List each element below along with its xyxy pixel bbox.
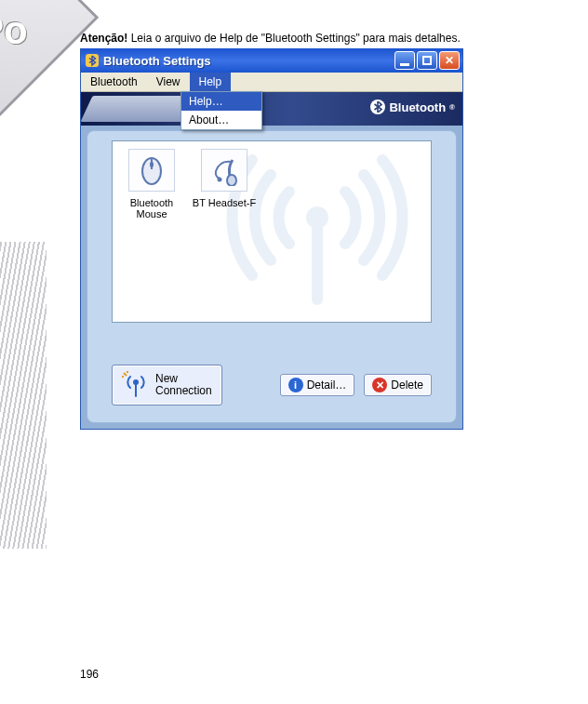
mouse-icon bbox=[128, 149, 175, 192]
banner: Bluetooth® bbox=[81, 92, 462, 126]
titlebar[interactable]: Bluetooth Settings bbox=[81, 48, 462, 73]
svg-rect-4 bbox=[150, 162, 154, 167]
caption-rest: Leia o arquivo de Help de "Bluetooth Set… bbox=[127, 32, 460, 45]
delete-label: Delete bbox=[391, 379, 423, 392]
menubar: Bluetooth View Help bbox=[81, 73, 462, 92]
caption-strong: Atenção! bbox=[80, 32, 127, 45]
info-icon: i bbox=[288, 378, 303, 392]
device-label: BluetoothMouse bbox=[118, 197, 185, 219]
device-item-headset[interactable]: BT Headset-F bbox=[191, 149, 258, 208]
detail-button[interactable]: i Detail… bbox=[280, 374, 355, 396]
client-area: BluetoothMouse BT Headset-F bbox=[87, 130, 457, 423]
maximize-button[interactable] bbox=[417, 51, 437, 70]
detail-label: Detail… bbox=[307, 379, 347, 392]
device-item-mouse[interactable]: BluetoothMouse bbox=[118, 149, 185, 219]
help-menu-about[interactable]: About… bbox=[181, 111, 261, 129]
svg-point-5 bbox=[227, 175, 236, 186]
delete-button[interactable]: ✕ Delete bbox=[364, 374, 432, 396]
device-list-panel[interactable]: BluetoothMouse BT Headset-F bbox=[112, 140, 432, 323]
page-decoration: Po bbox=[0, 0, 93, 614]
menu-help[interactable]: Help bbox=[190, 73, 232, 91]
menu-bluetooth[interactable]: Bluetooth bbox=[81, 73, 147, 91]
svg-point-7 bbox=[133, 379, 139, 385]
banner-brand-text: Bluetooth bbox=[389, 100, 446, 114]
menu-view[interactable]: View bbox=[147, 73, 190, 91]
banner-brand: Bluetooth® bbox=[370, 100, 455, 114]
decor-logo-text: Po bbox=[0, 8, 28, 53]
app-icon bbox=[85, 53, 100, 68]
new-connection-line2: Connection bbox=[155, 385, 212, 397]
new-connection-button[interactable]: New Connection bbox=[112, 365, 222, 405]
bluetooth-icon bbox=[370, 100, 385, 114]
bottom-button-row: New Connection i Detail… ✕ Delete bbox=[112, 365, 432, 405]
new-connection-icon bbox=[122, 371, 150, 399]
close-button[interactable] bbox=[439, 51, 460, 70]
caption-text: Atenção! Leia o arquivo de Help de "Blue… bbox=[80, 32, 461, 45]
banner-laptop-graphic bbox=[81, 96, 195, 122]
decor-stripes bbox=[0, 242, 47, 549]
minimize-button[interactable] bbox=[394, 51, 415, 70]
delete-icon: ✕ bbox=[372, 378, 387, 392]
svg-point-1 bbox=[306, 206, 328, 229]
page-number: 196 bbox=[80, 668, 99, 681]
device-label: BT Headset-F bbox=[191, 197, 258, 208]
help-dropdown: Help… About… bbox=[180, 91, 262, 130]
svg-line-8 bbox=[124, 373, 127, 376]
svg-point-6 bbox=[218, 178, 222, 182]
headset-icon bbox=[201, 149, 247, 192]
bluetooth-settings-window: Bluetooth Settings Bluetooth View Help B… bbox=[80, 48, 463, 430]
help-menu-help[interactable]: Help… bbox=[181, 92, 261, 111]
window-title: Bluetooth Settings bbox=[103, 54, 394, 68]
